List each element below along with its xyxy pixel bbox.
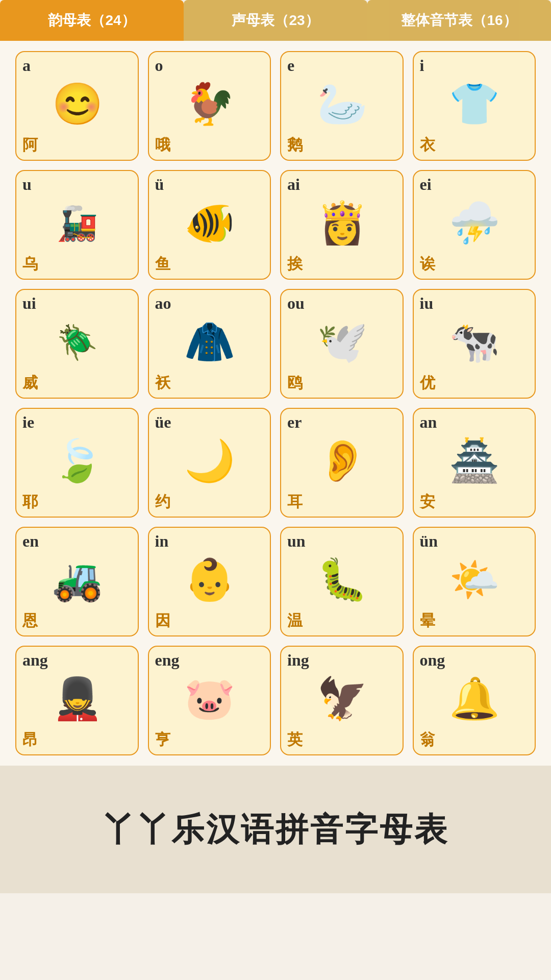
card-chinese: 诶 [420, 254, 435, 275]
card-image: 🐠 [155, 193, 265, 253]
card-image: 🌙 [155, 431, 265, 491]
card-pinyin: ou [287, 295, 305, 311]
card-pinyin: ui [22, 295, 36, 311]
card-i[interactable]: i👕衣 [413, 51, 536, 161]
card-üe[interactable]: üe🌙约 [148, 408, 271, 518]
card-chinese: 安 [420, 492, 435, 512]
card-pinyin: a [22, 57, 31, 74]
card-ang[interactable]: ang💂昂 [15, 646, 139, 755]
card-pinyin: ei [420, 176, 432, 192]
card-image: 🕊️ [287, 312, 397, 372]
card-pinyin: i [420, 57, 424, 74]
card-image: 🚜 [22, 550, 133, 609]
card-ün[interactable]: ün🌤️晕 [413, 527, 536, 636]
card-image: 🐛 [287, 550, 397, 609]
card-u[interactable]: u🚂乌 [15, 170, 139, 280]
card-ong[interactable]: ong🔔翁 [413, 646, 536, 755]
card-chinese: 晕 [420, 610, 435, 631]
card-chinese: 优 [420, 373, 435, 394]
tab-yunmu[interactable]: 韵母表（24） [0, 0, 184, 41]
card-image: 💂 [22, 669, 133, 728]
card-ei[interactable]: ei⛈️诶 [413, 170, 536, 280]
card-chinese: 耳 [287, 492, 303, 512]
card-image: 👶 [155, 550, 265, 609]
card-pinyin: eng [155, 652, 180, 668]
tab-zhengti[interactable]: 整体音节表（16） [367, 0, 551, 41]
card-chinese: 衣 [420, 135, 435, 156]
card-image: 👸 [287, 193, 397, 253]
card-image: 😊 [22, 75, 133, 134]
card-pinyin: ao [155, 295, 171, 311]
card-image: 🚂 [22, 193, 133, 253]
card-pinyin: üe [155, 414, 171, 430]
card-eng[interactable]: eng🐷亨 [148, 646, 271, 755]
card-image: 🐷 [155, 669, 265, 728]
card-image: ⛈️ [420, 193, 530, 253]
card-chinese: 乌 [22, 254, 38, 275]
card-pinyin: o [155, 57, 163, 74]
card-chinese: 挨 [287, 254, 303, 275]
card-er[interactable]: er👂耳 [280, 408, 404, 518]
card-image: 🐄 [420, 312, 530, 372]
card-chinese: 约 [155, 492, 170, 512]
card-image: 🔔 [420, 669, 530, 728]
card-ing[interactable]: ing🦅英 [280, 646, 404, 755]
card-pinyin: ie [22, 414, 34, 430]
card-pinyin: u [22, 176, 32, 192]
card-chinese: 温 [287, 610, 303, 631]
card-an[interactable]: an🏯安 [413, 408, 536, 518]
card-image: 🐓 [155, 75, 265, 134]
card-chinese: 亨 [155, 729, 170, 750]
card-chinese: 威 [22, 373, 38, 394]
tab-shengmu[interactable]: 声母表（23） [184, 0, 367, 41]
card-iu[interactable]: iu🐄优 [413, 289, 536, 399]
card-ou[interactable]: ou🕊️鸥 [280, 289, 404, 399]
card-image: 🪲 [22, 312, 133, 372]
card-pinyin: ün [420, 533, 438, 549]
card-chinese: 鹅 [287, 135, 303, 156]
card-ü[interactable]: ü🐠鱼 [148, 170, 271, 280]
card-pinyin: er [287, 414, 302, 430]
card-pinyin: ang [22, 652, 48, 668]
card-ai[interactable]: ai👸挨 [280, 170, 404, 280]
card-chinese: 昂 [22, 729, 38, 750]
card-chinese: 鱼 [155, 254, 170, 275]
card-pinyin: en [22, 533, 39, 549]
card-e[interactable]: e🦢鹅 [280, 51, 404, 161]
card-ui[interactable]: ui🪲威 [15, 289, 139, 399]
card-pinyin: ing [287, 652, 309, 668]
card-image: 🧥 [155, 312, 265, 372]
card-image: 🦅 [287, 669, 397, 728]
card-pinyin: in [155, 533, 169, 549]
card-pinyin: ong [420, 652, 445, 668]
cards-grid: a😊阿o🐓哦e🦢鹅i👕衣u🚂乌ü🐠鱼ai👸挨ei⛈️诶ui🪲威ao🧥袄ou🕊️鸥… [0, 41, 551, 766]
card-chinese: 恩 [22, 610, 38, 631]
card-un[interactable]: un🐛温 [280, 527, 404, 636]
card-chinese: 阿 [22, 135, 38, 156]
tab-yunmu-label: 韵母表（24） [48, 11, 135, 30]
tab-shengmu-label: 声母表（23） [232, 11, 319, 30]
card-image: 🏯 [420, 431, 530, 491]
card-a[interactable]: a😊阿 [15, 51, 139, 161]
card-ao[interactable]: ao🧥袄 [148, 289, 271, 399]
card-pinyin: e [287, 57, 294, 74]
card-chinese: 哦 [155, 135, 170, 156]
card-chinese: 翁 [420, 729, 435, 750]
card-chinese: 鸥 [287, 373, 303, 394]
bottom-title: 丫丫乐汉语拼音字母表 [102, 807, 449, 852]
card-image: 🦢 [287, 75, 397, 134]
tab-bar: 韵母表（24） 声母表（23） 整体音节表（16） [0, 0, 551, 41]
tab-zhengti-label: 整体音节表（16） [401, 11, 517, 30]
card-o[interactable]: o🐓哦 [148, 51, 271, 161]
card-image: 🍃 [22, 431, 133, 491]
card-ie[interactable]: ie🍃耶 [15, 408, 139, 518]
card-in[interactable]: in👶因 [148, 527, 271, 636]
card-image: 👕 [420, 75, 530, 134]
card-chinese: 因 [155, 610, 170, 631]
bottom-banner: 丫丫乐汉语拼音字母表 [0, 766, 551, 893]
card-pinyin: an [420, 414, 437, 430]
card-pinyin: un [287, 533, 306, 549]
card-chinese: 英 [287, 729, 303, 750]
card-chinese: 耶 [22, 492, 38, 512]
card-en[interactable]: en🚜恩 [15, 527, 139, 636]
